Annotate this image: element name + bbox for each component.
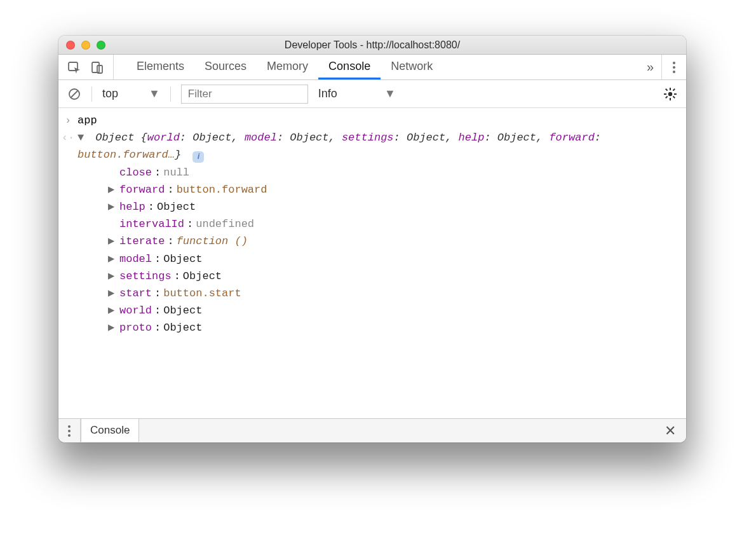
svg-rect-9 <box>670 88 671 90</box>
tab-console[interactable]: Console <box>318 55 381 79</box>
object-property[interactable]: ▶start: button.start <box>108 285 678 302</box>
svg-rect-10 <box>670 98 671 100</box>
property-key: iterate <box>119 233 165 250</box>
console-input-echo: app <box>78 112 686 129</box>
object-property[interactable]: ▶help: Object <box>108 198 678 216</box>
property-key: help <box>119 198 145 216</box>
traffic-lights <box>58 41 105 50</box>
return-chevron-icon: ‹· <box>58 129 78 146</box>
inspect-element-icon[interactable] <box>67 60 81 74</box>
property-value: Object <box>163 250 202 268</box>
close-window-button[interactable] <box>66 41 75 50</box>
property-value: Object <box>163 302 202 319</box>
console-settings-icon[interactable] <box>663 87 677 101</box>
drawer: Console ✕ <box>58 418 686 442</box>
object-summary[interactable]: Object {world: Object, model: Object, se… <box>78 132 601 161</box>
console-body[interactable]: › app ‹· ▼ Object {world: Object, model:… <box>58 108 686 418</box>
svg-line-7 <box>71 90 78 97</box>
object-property[interactable]: ▶iterate: function () <box>108 233 678 250</box>
svg-point-3 <box>673 62 675 64</box>
svg-point-18 <box>68 430 71 432</box>
main-toolbar: ElementsSourcesMemoryConsoleNetwork » <box>58 55 686 80</box>
titlebar[interactable]: Developer Tools - http://localhost:8080/ <box>58 36 686 55</box>
svg-rect-13 <box>665 88 668 91</box>
triangle-right-icon[interactable]: ▶ <box>108 302 117 319</box>
tab-sources[interactable]: Sources <box>194 55 257 79</box>
property-value: button.start <box>163 285 241 302</box>
object-property: ▶close: null <box>108 164 678 181</box>
triangle-right-icon[interactable]: ▶ <box>108 285 117 302</box>
zoom-window-button[interactable] <box>97 41 105 50</box>
property-value: null <box>163 164 189 181</box>
window-title: Developer Tools - http://localhost:8080/ <box>58 39 686 51</box>
object-property[interactable]: ▶model: Object <box>108 250 678 268</box>
object-property[interactable]: ▶forward: button.forward <box>108 181 678 198</box>
drawer-tab-console[interactable]: Console <box>81 418 139 442</box>
svg-rect-14 <box>673 95 675 98</box>
object-property: ▶intervalId: undefined <box>108 216 678 233</box>
object-property[interactable]: ▶world: Object <box>108 302 678 319</box>
property-value: button.forward <box>177 181 267 198</box>
property-value: function () <box>177 233 248 250</box>
log-level-value: Info <box>318 87 337 100</box>
toggle-device-toolbar-icon[interactable] <box>90 60 104 74</box>
separator <box>91 86 92 102</box>
execution-context-value: top <box>102 87 118 100</box>
property-value: Object <box>157 198 196 216</box>
property-key: forward <box>119 181 165 198</box>
svg-rect-1 <box>92 62 99 72</box>
svg-point-17 <box>68 425 71 428</box>
object-expand-toggle[interactable]: ▼ <box>78 129 85 146</box>
triangle-right-icon[interactable]: ▶ <box>108 268 117 285</box>
property-value: Object <box>163 319 202 336</box>
triangle-right-icon[interactable]: ▶ <box>108 181 117 198</box>
object-properties-list: ▶close: null▶forward: button.forward▶hel… <box>78 164 686 337</box>
svg-point-4 <box>673 66 675 69</box>
tab-elements[interactable]: Elements <box>126 55 194 79</box>
chevron-down-icon: ▼ <box>384 87 396 100</box>
property-key: proto <box>119 319 152 336</box>
svg-rect-16 <box>665 95 668 98</box>
property-key: model <box>119 250 152 268</box>
svg-point-5 <box>673 71 675 73</box>
log-level-select[interactable]: Info ▼ <box>318 87 396 100</box>
console-filter-input[interactable] <box>181 85 308 104</box>
more-tabs-icon[interactable]: » <box>639 55 661 79</box>
triangle-right-icon[interactable]: ▶ <box>108 319 117 336</box>
drawer-tab-label: Console <box>90 424 130 437</box>
clear-console-icon[interactable] <box>67 87 81 101</box>
property-value: undefined <box>196 216 254 233</box>
console-subbar: top ▼ Info ▼ <box>58 80 686 108</box>
minimize-window-button[interactable] <box>81 41 90 50</box>
kebab-menu-icon[interactable] <box>672 61 676 74</box>
property-key: start <box>119 285 152 302</box>
tab-network[interactable]: Network <box>381 55 443 79</box>
chevron-down-icon: ▼ <box>149 87 160 100</box>
prompt-chevron-icon: › <box>58 112 78 129</box>
property-key: settings <box>119 268 172 285</box>
property-value: Object <box>183 268 222 285</box>
object-property[interactable]: ▶ proto : Object <box>108 319 678 336</box>
separator <box>170 86 171 102</box>
svg-rect-11 <box>664 93 666 95</box>
triangle-right-icon[interactable]: ▶ <box>108 233 117 250</box>
object-property[interactable]: ▶settings: Object <box>108 268 678 285</box>
execution-context-select[interactable]: top ▼ <box>102 87 160 100</box>
triangle-right-icon[interactable]: ▶ <box>108 250 117 268</box>
svg-rect-12 <box>674 93 677 95</box>
devtools-window: Developer Tools - http://localhost:8080/… <box>58 36 686 442</box>
svg-point-8 <box>668 92 672 95</box>
svg-point-19 <box>68 434 71 437</box>
property-key: intervalId <box>119 216 184 233</box>
svg-rect-15 <box>673 88 675 91</box>
close-drawer-icon[interactable]: ✕ <box>654 419 686 442</box>
property-key: world <box>119 302 152 319</box>
property-key: close <box>119 164 152 181</box>
drawer-kebab-menu-icon[interactable] <box>67 425 71 437</box>
info-icon[interactable]: i <box>192 151 204 163</box>
triangle-right-icon[interactable]: ▶ <box>108 198 117 216</box>
tab-memory[interactable]: Memory <box>257 55 318 79</box>
